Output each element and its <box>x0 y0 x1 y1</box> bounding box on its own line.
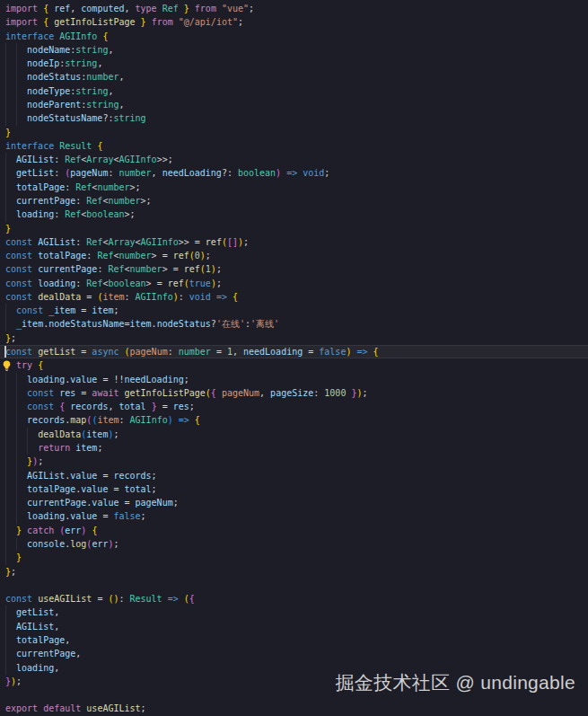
code-line[interactable]: }); <box>0 455 588 468</box>
code-line[interactable]: } <box>0 126 588 139</box>
indent-guide <box>16 537 17 551</box>
code-line[interactable]: console.log(err); <box>0 537 588 551</box>
code-line[interactable]: const currentPage: Ref<number> = ref(1); <box>0 262 588 276</box>
code-token: , <box>75 649 81 659</box>
code-token <box>5 209 16 219</box>
code-line[interactable]: export default useAGIList; <box>0 702 588 715</box>
code-token: try <box>16 360 32 370</box>
code-token: , <box>97 58 102 68</box>
code-line[interactable]: const dealData = (item: AGIInfo): void =… <box>0 290 588 304</box>
text-cursor <box>4 346 6 358</box>
code-line[interactable]: try { <box>0 358 588 372</box>
code-token: loading <box>16 663 54 673</box>
indent-guide <box>16 428 17 441</box>
code-line[interactable]: records.map((item: AGIInfo) => { <box>0 413 588 427</box>
code-token: ; <box>11 567 16 577</box>
code-token <box>5 526 16 535</box>
watermark: 掘金技术社区 @ undingable <box>336 670 575 695</box>
code-token: Array <box>86 155 113 164</box>
code-token: , <box>54 663 59 673</box>
code-token: } <box>16 552 22 562</box>
code-line[interactable]: currentPage, <box>0 647 588 660</box>
code-line[interactable]: nodeParent:string, <box>0 98 588 111</box>
code-line[interactable]: totalPage.value = total; <box>0 482 588 496</box>
code-token: default <box>43 703 81 713</box>
code-token: return <box>38 443 70 453</box>
code-line[interactable]: } <box>0 551 588 564</box>
code-line[interactable]: loading.value = false; <box>0 509 588 523</box>
code-token: : <box>75 196 86 206</box>
code-line[interactable]: const _item = item; <box>0 304 588 317</box>
code-token: getList <box>16 607 54 617</box>
code-line[interactable]: getList: (pageNum: number, needLoading?:… <box>0 166 588 180</box>
code-line[interactable]: } catch (err) { <box>0 524 588 537</box>
code-token: ; <box>113 429 118 439</box>
code-token: console <box>27 539 65 549</box>
code-line[interactable]: nodeStatusName?:string <box>0 111 588 125</box>
code-line[interactable]: const getList = async (pageNum: number =… <box>0 345 588 358</box>
code-line[interactable]: loading: Ref<boolean>; <box>0 208 588 221</box>
code-token: totalPage <box>38 251 86 261</box>
code-line[interactable]: const useAGIList = (): Result => ({ <box>0 592 588 606</box>
code-token: : <box>118 594 129 604</box>
code-line[interactable]: nodeStatus:number, <box>0 70 588 84</box>
code-line[interactable]: }; <box>0 331 588 345</box>
code-line[interactable]: currentPage: Ref<number>; <box>0 194 588 208</box>
code-token: ?: <box>102 113 113 123</box>
code-token: needLoading <box>125 375 184 385</box>
code-token: err <box>65 526 81 535</box>
code-line[interactable]: AGIList: Ref<Array<AGIInfo>>; <box>0 153 588 166</box>
indent-guide <box>5 455 6 468</box>
code-line[interactable]: const { records, total } = res; <box>0 400 588 413</box>
code-line[interactable]: import { ref, computed, type Ref } from … <box>0 2 588 15</box>
code-token <box>5 155 16 164</box>
code-line[interactable]: _item.nodeStatusName=item.nodeStatus?'在线… <box>0 317 588 331</box>
code-line[interactable]: }; <box>0 565 588 579</box>
code-line[interactable]: interface AGIInfo { <box>0 30 588 43</box>
code-line[interactable]: interface Result { <box>0 139 588 153</box>
code-token: => <box>179 415 189 425</box>
indent-guide <box>16 84 17 98</box>
code-token: currentPage <box>27 498 86 508</box>
code-line[interactable]: currentPage.value = pageNum; <box>0 496 588 509</box>
code-line[interactable]: getList, <box>0 606 588 619</box>
code-token: ref <box>206 237 222 247</box>
code-line[interactable]: import { getInfoListPage } from "@/api/i… <box>0 15 588 29</box>
code-line[interactable]: AGIList.value = records; <box>0 469 588 482</box>
code-token: "@/api/iot" <box>179 17 238 27</box>
code-token: void <box>189 292 211 302</box>
code-token: = <box>75 305 92 315</box>
code-token <box>5 663 16 673</box>
indent-guide <box>16 57 17 70</box>
code-line[interactable]: const loading: Ref<boolean> = ref(true); <box>0 277 588 290</box>
code-line[interactable]: loading.value = !!needLoading; <box>0 373 588 386</box>
code-line[interactable]: dealData(item); <box>0 428 588 441</box>
code-line[interactable]: nodeIp:string, <box>0 57 588 70</box>
code-token: , <box>108 45 113 55</box>
code-line[interactable]: totalPage: Ref<number>; <box>0 181 588 194</box>
code-line[interactable]: nodeName:string, <box>0 43 588 57</box>
code-token: nodeStatus <box>27 72 81 82</box>
indent-guide <box>5 70 6 84</box>
code-token: AGIList <box>27 471 65 481</box>
code-token: Result <box>59 141 92 151</box>
code-line[interactable]: const totalPage: Ref<number> = ref(0); <box>0 249 588 262</box>
code-line[interactable]: const AGIList: Ref<Array<AGIInfo>> = ref… <box>0 235 588 249</box>
code-line[interactable]: return item; <box>0 441 588 455</box>
code-token: > = <box>162 264 184 274</box>
indent-guide <box>5 304 6 317</box>
code-token: void <box>303 168 324 178</box>
code-token: Ref <box>86 196 102 206</box>
code-area[interactable]: import { ref, computed, type Ref } from … <box>0 0 588 716</box>
code-token: = <box>118 498 135 508</box>
code-line[interactable]: } <box>0 222 588 235</box>
code-line[interactable]: AGIList, <box>0 620 588 633</box>
code-line[interactable]: nodeType:string, <box>0 84 588 98</box>
code-line[interactable] <box>0 579 588 592</box>
code-line[interactable]: const res = await getInfoListPage({ page… <box>0 386 588 400</box>
indent-guide <box>16 482 17 496</box>
code-line[interactable]: totalPage, <box>0 633 588 647</box>
code-token: ref <box>173 251 189 261</box>
code-token: => <box>216 292 227 302</box>
code-token: , <box>65 635 70 645</box>
